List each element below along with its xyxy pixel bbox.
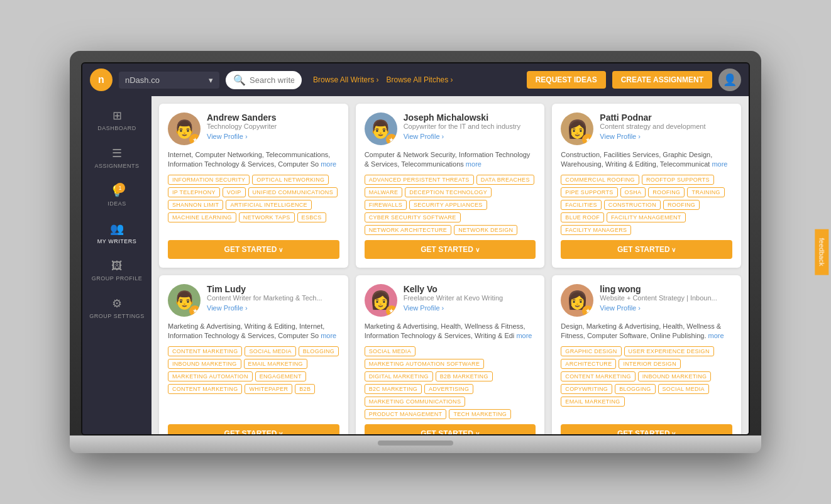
tags-container: GRAPHIC DESIGNUSER EXPERIENCE DESIGNARCH… [561,346,732,407]
tag: SOCIAL MEDIA [365,346,416,356]
tag: TECH MARKETING [449,409,511,419]
tags-container: INFORMATION SECURITYOPTICAL NETWORKINGIP… [168,175,339,222]
writer-card-ling-wong: 👩 ★ ling wong Website + Content Strategy… [552,275,741,434]
sidebar-item-ideas[interactable]: 💡 1 IDEAS [82,178,151,213]
writer-name: ling wong [600,284,732,294]
writer-info: ling wong Website + Content Strategy | I… [600,284,732,313]
get-started-button[interactable]: GET STARTED [365,424,536,434]
star-badge: ★ [386,134,397,145]
bio-more-link[interactable]: more [516,332,532,339]
writer-card-patti-podnar: 👩 ★ Patti Podnar Content strategy and de… [552,104,741,268]
feedback-tab[interactable]: feedback [815,229,829,275]
tag: INBOUND MARKETING [638,371,712,381]
star-badge: ★ [582,305,593,317]
tag: SOCIAL MEDIA [658,384,709,394]
tag: MARKETING AUTOMATION SOFTWARE [365,359,485,369]
sidebar-item-assignments[interactable]: ☰ ASSIGNMENTS [82,140,151,175]
writer-header: 👨 ★ Andrew Sanders Technology Copywriter… [168,112,339,145]
writer-header: 👨 ★ Joseph Michalowski Copywriter for th… [365,112,536,145]
tag: FACILITIES [561,200,602,210]
writer-bio: Marketing & Advertising, Health, Wellnes… [365,322,536,341]
writer-bio: Design, Marketing & Advertising, Health,… [561,322,732,341]
writer-name: Patti Podnar [600,112,732,123]
main-layout: ⊞ DASHBOARD ☰ ASSIGNMENTS 💡 1 IDEAS [82,96,749,434]
get-started-button[interactable]: GET STARTED [168,240,339,259]
tag: CONTENT MARKETING [168,346,242,356]
request-ideas-button[interactable]: REQUEST IDEAS [527,71,606,89]
get-started-button[interactable]: GET STARTED [561,424,732,434]
writer-profile-link[interactable]: View Profile › [600,304,641,312]
tag: CONSTRUCTION [604,200,661,210]
tag: CYBER SECURITY SOFTWARE [365,212,461,222]
sidebar-item-group-profile[interactable]: 🖼 GROUP PROFILE [82,253,151,288]
tag: EMAIL MARKETING [561,397,624,407]
get-started-button[interactable]: GET STARTED [365,240,536,259]
bio-more-link[interactable]: more [708,332,724,339]
writer-header: 👩 ★ Kelly Vo Freelance Writer at Kevo Wr… [365,284,536,317]
search-bar: 🔍 [226,71,302,89]
get-started-button[interactable]: GET STARTED [561,240,732,259]
tag: EMAIL MARKETING [244,359,307,369]
user-avatar[interactable]: 👤 [718,68,741,91]
search-icon: 🔍 [233,74,246,86]
writer-info: Joseph Michalowski Copywriter for the IT… [404,112,536,141]
bio-more-link[interactable]: more [321,160,336,168]
tag: NETWORK TAPS [239,212,295,222]
writer-avatar: 👩 ★ [561,112,593,145]
tag: FACILITY MANAGEMENT [607,212,686,222]
laptop-base [70,436,761,453]
get-started-button[interactable]: GET STARTED [168,424,339,434]
tag: DECEPTION TECHNOLOGY [405,187,492,197]
tag: INFORMATION SECURITY [168,175,250,185]
tag: MACHINE LEARNING [168,212,236,222]
writer-card-andrew-sanders: 👨 ★ Andrew Sanders Technology Copywriter… [159,104,348,268]
writer-header: 👩 ★ ling wong Website + Content Strategy… [561,284,732,317]
browse-writers-link[interactable]: Browse All Writers [313,75,378,84]
search-input[interactable] [250,75,294,85]
tag: FACILITY MANAGERS [561,225,631,235]
group-settings-icon: ⚙ [112,297,122,310]
tags-container: CONTENT MARKETINGSOCIAL MEDIABLOGGINGINB… [168,346,339,394]
sidebar: ⊞ DASHBOARD ☰ ASSIGNMENTS 💡 1 IDEAS [82,96,151,434]
tag: NETWORK ARCHITECTURE [365,225,452,235]
writer-info: Tim Ludy Content Writer for Marketing & … [207,284,339,313]
tag: COMMERCIAL ROOFING [561,175,639,185]
tag: OPTICAL NETWORKING [252,175,329,185]
assignments-icon: ☰ [112,146,122,160]
tag: WHITEPAPER [245,384,292,394]
tag: BLOGGING [299,346,339,356]
sidebar-item-my-writers[interactable]: 👥 MY WRITERS [82,216,151,251]
browse-pitches-link[interactable]: Browse All Pitches [387,75,453,84]
writer-bio: Computer & Network Security, Information… [365,150,536,170]
tag: VOIP [223,187,246,197]
sidebar-item-dashboard[interactable]: ⊞ DASHBOARD [82,102,151,138]
tag: SOCIAL MEDIA [245,346,295,356]
dashboard-icon: ⊞ [113,109,122,123]
writer-name: Joseph Michalowski [404,112,536,123]
sidebar-item-group-settings[interactable]: ⚙ GROUP SETTINGS [82,290,151,326]
writer-profile-link[interactable]: View Profile › [404,133,444,140]
bio-more-link[interactable]: more [712,160,727,168]
tag: PIPE SUPPORTS [561,187,617,197]
writer-card-kelly-vo: 👩 ★ Kelly Vo Freelance Writer at Kevo Wr… [356,275,545,434]
create-assignment-button[interactable]: CREATE ASSIGNMENT [612,71,712,89]
bio-more-link[interactable]: more [321,332,336,339]
sidebar-label-ideas: IDEAS [107,200,126,207]
nav-links: Browse All Writers Browse All Pitches [313,75,453,84]
writer-profile-link[interactable]: View Profile › [207,304,248,312]
writer-bio: Construction, Facilities Services, Graph… [561,150,732,170]
tag: DIGITAL MARKETING [365,371,433,381]
tag: B2C MARKETING [365,384,422,394]
writer-card-joseph-michalowski: 👨 ★ Joseph Michalowski Copywriter for th… [356,104,545,268]
writer-title: Content strategy and development [600,123,732,130]
company-selector[interactable]: nDash.co ▾ [119,72,219,89]
writer-avatar: 👨 ★ [168,284,201,317]
writer-profile-link[interactable]: View Profile › [207,133,248,140]
writer-name: Kelly Vo [404,284,536,294]
bio-more-link[interactable]: more [466,160,482,168]
writer-profile-link[interactable]: View Profile › [404,304,444,312]
star-badge: ★ [189,305,201,317]
writer-title: Technology Copywriter [207,123,339,130]
tag: ADVERTISING [424,384,473,394]
writer-profile-link[interactable]: View Profile › [600,133,641,140]
